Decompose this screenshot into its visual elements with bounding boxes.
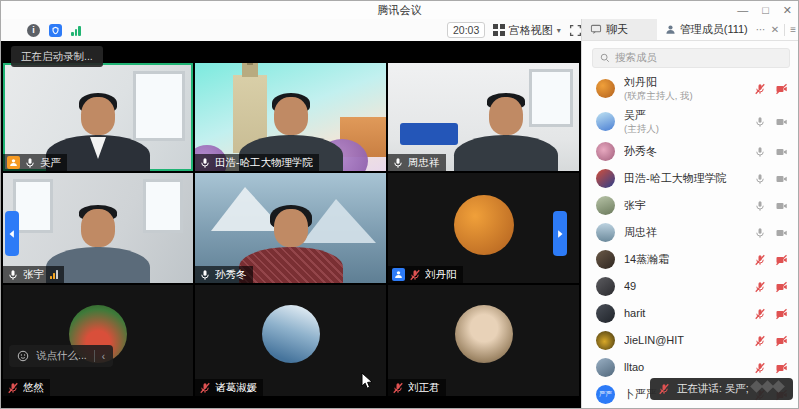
video-tile-liudanyang[interactable]: 刘丹阳 (388, 173, 579, 283)
camera-icon[interactable] (775, 200, 788, 212)
app-window: 腾讯会议 — □ ✕ i 20:03 宫格视图 ▾ (0, 0, 799, 409)
mic-icon[interactable] (754, 200, 766, 212)
tab-members-label: 管理成员(111) (680, 22, 748, 37)
mic-muted-icon[interactable] (754, 308, 766, 320)
quick-chat-placeholder: 说点什么... (36, 349, 87, 363)
mic-muted-icon[interactable] (754, 281, 766, 293)
member-name: 吴严 (624, 109, 754, 123)
camera-muted-icon[interactable] (775, 362, 788, 374)
mic-icon (24, 157, 36, 169)
chevron-down-icon: ▾ (557, 26, 561, 35)
member-name: harit (624, 307, 754, 321)
member-search-input[interactable]: 搜索成员 (592, 48, 790, 68)
divider (94, 350, 95, 362)
mic-muted-icon[interactable] (754, 362, 766, 374)
participant-name: 刘正君 (408, 381, 440, 395)
camera-icon[interactable] (775, 173, 788, 185)
camera-muted-icon[interactable] (775, 83, 788, 95)
video-tile-zhouzhongxiang[interactable]: 周忠祥 (388, 63, 579, 171)
cohost-badge-icon (392, 268, 405, 281)
panel-menu-icon[interactable]: ≡ (790, 24, 796, 35)
camera-icon[interactable] (775, 116, 788, 128)
video-tile-sunxiudong[interactable]: 孙秀冬 (195, 173, 386, 283)
previous-page-button[interactable] (5, 211, 19, 256)
avatar (454, 195, 514, 255)
member-name: 刘丹阳 (624, 76, 754, 90)
meeting-timer: 20:03 (447, 22, 485, 38)
member-row[interactable]: 田浩-哈工大物理学院 (582, 165, 799, 192)
camera-muted-icon[interactable] (775, 281, 788, 293)
member-row[interactable]: 刘丹阳 (联席主持人, 我) (582, 72, 799, 105)
tab-manage-members[interactable]: 管理成员(111) (657, 19, 756, 40)
member-row[interactable]: 孙秀冬 (582, 138, 799, 165)
member-row[interactable]: lltao (582, 354, 799, 381)
emoji-icon[interactable] (17, 350, 29, 362)
grid-view-button[interactable]: 宫格视图 ▾ (493, 23, 561, 38)
mic-muted-icon (199, 382, 211, 394)
mic-icon[interactable] (754, 116, 766, 128)
participant-name: 刘丹阳 (425, 268, 457, 282)
participant-name: 孙秀冬 (215, 268, 247, 282)
collapse-icon[interactable]: ‹ (102, 351, 105, 362)
speaking-toast: 正在讲话: 吴严; (650, 378, 793, 400)
camera-icon[interactable] (775, 227, 788, 239)
divider (784, 24, 785, 36)
avatar (596, 169, 615, 188)
member-name: lltao (624, 361, 754, 375)
panel-tab-bar: 聊天 管理成员(111) ⋯ ✕ ≡ (581, 19, 799, 41)
member-row[interactable]: 张宇 (582, 192, 799, 219)
camera-muted-icon[interactable] (775, 254, 788, 266)
avatar (596, 142, 615, 161)
maximize-button[interactable]: □ (762, 1, 769, 19)
tile-name-tag: 刘正君 (388, 379, 446, 396)
avatar (596, 196, 615, 215)
member-row[interactable]: 周忠祥 (582, 219, 799, 246)
video-tile-wuyan[interactable]: 吴严 (3, 63, 193, 171)
tile-name-tag: 刘丹阳 (388, 266, 463, 283)
mic-muted-icon (658, 383, 670, 395)
mic-icon[interactable] (754, 227, 766, 239)
member-row[interactable]: 吴严 (主持人) (582, 105, 799, 138)
close-panel-icon[interactable]: ✕ (771, 24, 779, 35)
member-row[interactable]: 14蒸瀚霜 (582, 246, 799, 273)
fullscreen-button[interactable] (569, 24, 582, 37)
camera-muted-icon[interactable] (775, 335, 788, 347)
recording-toast: 正在启动录制... (11, 46, 103, 67)
video-tile-zhangyu[interactable]: 张宇 (3, 173, 193, 283)
member-name: 14蒸瀚霜 (624, 253, 754, 267)
close-button[interactable]: ✕ (783, 1, 792, 19)
camera-muted-icon[interactable] (775, 308, 788, 320)
mic-icon[interactable] (754, 146, 766, 158)
next-page-button[interactable] (553, 211, 567, 256)
member-row[interactable]: JieLIN@HIT (582, 327, 799, 354)
mic-muted-icon (409, 269, 421, 281)
member-row[interactable]: harit (582, 300, 799, 327)
mic-muted-icon[interactable] (754, 254, 766, 266)
video-tile-youran[interactable]: 悠然 (3, 285, 193, 396)
video-tile-liuzhengjun[interactable]: 刘正君 (388, 285, 579, 396)
member-role: (主持人) (624, 123, 754, 134)
participant-name: 悠然 (23, 381, 44, 395)
minimize-button[interactable]: — (737, 1, 748, 19)
person-icon (665, 24, 676, 35)
video-tile-zhugeshuyuan[interactable]: 诸葛淑媛 (195, 285, 386, 396)
mic-icon[interactable] (754, 173, 766, 185)
tab-chat[interactable]: 聊天 (582, 19, 657, 40)
network-signal-icon[interactable] (71, 25, 81, 36)
video-tile-tianhao[interactable]: 田浩-哈工大物理学院 (195, 63, 386, 171)
mic-muted-icon[interactable] (754, 335, 766, 347)
member-row[interactable]: 49 (582, 273, 799, 300)
more-options-icon[interactable]: ⋯ (756, 24, 766, 35)
quick-chat-input[interactable]: 说点什么... ‹ (9, 345, 113, 367)
camera-icon[interactable] (775, 146, 788, 158)
window-controls: — □ ✕ (737, 1, 792, 19)
participant-name: 吴严 (40, 156, 61, 170)
avatar (596, 331, 615, 350)
mic-muted-icon[interactable] (754, 83, 766, 95)
security-shield-icon[interactable] (49, 24, 62, 37)
info-icon[interactable]: i (27, 24, 40, 37)
title-bar: 腾讯会议 — □ ✕ (1, 1, 798, 19)
watermark (752, 382, 783, 391)
mic-icon (199, 157, 211, 169)
mic-icon (7, 269, 19, 281)
